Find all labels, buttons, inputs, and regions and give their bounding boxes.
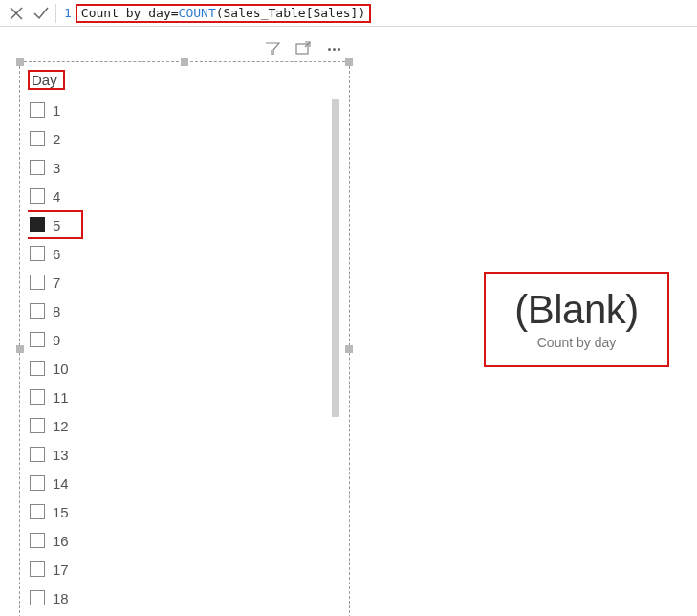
filter-icon[interactable]	[264, 40, 281, 57]
checkbox-icon[interactable]	[30, 361, 45, 376]
slicer-item-label: 5	[53, 217, 60, 233]
slicer-item[interactable]: 12	[28, 411, 332, 440]
checkbox-icon[interactable]	[30, 447, 45, 462]
equals: =	[171, 6, 179, 20]
resize-handle[interactable]	[16, 58, 24, 66]
slicer-item-label: 1	[53, 102, 60, 119]
slicer-item[interactable]: 8	[28, 297, 332, 325]
slicer-item[interactable]: 14	[28, 469, 332, 497]
formula-bar: 1 Count by day = COUNT (Sales_Table[Sale…	[0, 0, 697, 27]
slicer-item[interactable]: 18	[28, 583, 332, 612]
report-canvas: Day 123456789101112131415161718 (Blank) …	[0, 27, 697, 616]
slicer-item[interactable]: 16	[28, 526, 332, 555]
slicer-item[interactable]: 5	[28, 210, 83, 239]
checkbox-icon[interactable]	[30, 389, 45, 405]
checkbox-icon[interactable]	[30, 418, 45, 433]
visual-header	[264, 40, 342, 57]
slicer-item-label: 12	[53, 418, 69, 434]
checkbox-icon[interactable]	[30, 303, 45, 319]
checkbox-icon[interactable]	[30, 160, 45, 175]
slicer-item[interactable]: 1	[28, 96, 332, 124]
slicer-item[interactable]: 9	[28, 325, 332, 354]
slicer-item[interactable]: 17	[28, 555, 332, 583]
slicer-item[interactable]: 7	[28, 268, 332, 297]
resize-handle[interactable]	[345, 345, 353, 353]
slicer-item-label: 6	[53, 246, 60, 262]
slicer-item[interactable]: 10	[28, 354, 332, 383]
checkbox-icon[interactable]	[30, 275, 45, 290]
checkbox-icon[interactable]	[30, 102, 45, 118]
checkbox-icon[interactable]	[30, 475, 45, 491]
slicer-item-label: 11	[53, 389, 69, 406]
scrollbar[interactable]	[332, 99, 339, 417]
more-options-icon[interactable]	[325, 40, 342, 57]
formula-input[interactable]: Count by day = COUNT (Sales_Table[Sales]…	[76, 4, 371, 23]
slicer-item[interactable]: 6	[28, 239, 332, 268]
cancel-button[interactable]	[4, 1, 29, 26]
slicer-item-label: 13	[53, 447, 69, 463]
checkbox-icon[interactable]	[30, 131, 45, 146]
formula-line-number: 1	[64, 6, 72, 20]
slicer-item-label: 15	[53, 504, 69, 520]
slicer-item-label: 14	[53, 475, 69, 492]
slicer-item-list: 123456789101112131415161718	[28, 96, 341, 616]
card-value: (Blank)	[514, 289, 639, 331]
resize-handle[interactable]	[181, 58, 188, 66]
checkbox-icon[interactable]	[30, 504, 45, 519]
dax-function: COUNT	[179, 6, 216, 20]
card-label: Count by day	[537, 335, 617, 350]
resize-handle[interactable]	[16, 345, 24, 353]
card-visual[interactable]: (Blank) Count by day	[484, 272, 669, 367]
slicer-item-label: 10	[53, 361, 69, 377]
slicer-item-label: 18	[53, 590, 69, 606]
slicer-item[interactable]: 4	[28, 182, 332, 210]
checkbox-icon[interactable]	[30, 246, 45, 261]
slicer-item-label: 9	[53, 332, 60, 348]
slicer-header[interactable]: Day	[28, 70, 65, 90]
checkbox-icon[interactable]	[30, 533, 45, 548]
slicer-visual[interactable]: Day 123456789101112131415161718	[19, 61, 350, 616]
focus-mode-icon[interactable]	[294, 40, 312, 57]
slicer-item-label: 4	[53, 188, 60, 205]
checkbox-icon[interactable]	[30, 217, 45, 232]
slicer-item-label: 2	[53, 131, 60, 147]
slicer-item-label: 16	[53, 533, 69, 549]
scrollbar-thumb[interactable]	[332, 99, 339, 417]
measure-name: Count by day	[81, 6, 171, 20]
slicer-item[interactable]: 15	[28, 497, 332, 526]
checkbox-icon[interactable]	[30, 590, 45, 605]
checkbox-icon[interactable]	[30, 188, 45, 204]
dax-args: (Sales_Table[Sales])	[216, 6, 366, 20]
slicer-item[interactable]: 2	[28, 124, 332, 153]
resize-handle[interactable]	[345, 58, 353, 66]
commit-button[interactable]	[29, 1, 54, 26]
slicer-item-label: 7	[53, 275, 60, 291]
slicer-item[interactable]: 3	[28, 153, 332, 182]
slicer-item-label: 8	[53, 303, 60, 319]
divider	[55, 4, 56, 23]
slicer-item[interactable]: 11	[28, 383, 332, 411]
checkbox-icon[interactable]	[30, 561, 45, 577]
checkbox-icon[interactable]	[30, 332, 45, 347]
slicer-item[interactable]: 13	[28, 440, 332, 469]
slicer-item-label: 3	[53, 160, 60, 176]
slicer-item-label: 17	[53, 561, 69, 578]
